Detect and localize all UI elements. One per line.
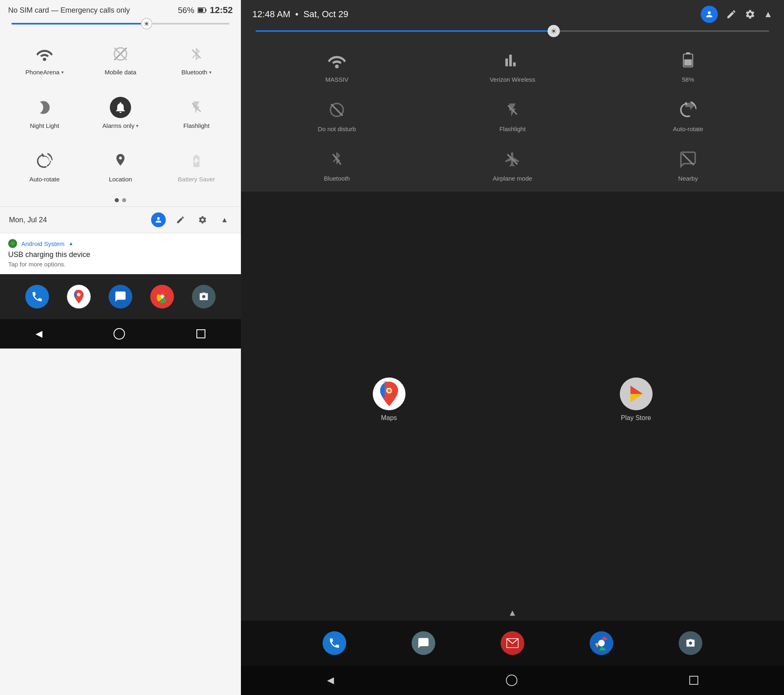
right-signal-icon <box>505 53 520 68</box>
right-apps-row: Maps Play Store <box>241 192 784 605</box>
battery-icon <box>198 7 207 13</box>
right-brightness-track[interactable] <box>256 30 769 32</box>
left-brightness-row[interactable] <box>0 19 241 32</box>
right-tile-auto-rotate[interactable]: Auto-rotate <box>600 91 776 138</box>
right-nav-recents-button[interactable] <box>689 676 698 685</box>
notification-area[interactable]: Android System ▲ USB charging this devic… <box>0 233 241 274</box>
right-tile-airplane[interactable]: Airplane mode <box>425 141 600 188</box>
settings-button[interactable] <box>195 212 210 227</box>
tile-alarms-only-label: Alarms only ▾ <box>102 122 138 129</box>
right-bluetooth-icon <box>330 151 344 168</box>
tile-phonearena-icon <box>34 43 55 65</box>
right-nav-home-button[interactable] <box>506 675 517 686</box>
left-panel: No SIM card — Emergency calls only 56% 1… <box>0 0 241 695</box>
right-user-icon-button[interactable] <box>701 6 718 23</box>
wifi-icon <box>36 47 53 61</box>
svg-line-14 <box>331 104 343 116</box>
maps-icon-svg <box>373 378 405 410</box>
right-tile-flashlight[interactable]: Flashlight <box>425 91 600 138</box>
notif-title: Android System <box>21 240 65 247</box>
collapse-button[interactable]: ▲ <box>217 212 232 227</box>
right-mid-tiles: Do not disturb Flashlight Auto-rotate <box>241 91 784 141</box>
bluetooth-chevron: ▾ <box>209 69 212 75</box>
dock-app-messages[interactable] <box>109 285 132 308</box>
alarms-chevron: ▾ <box>136 123 138 129</box>
left-time: 12:52 <box>210 5 233 16</box>
right-apps-chevron[interactable]: ▲ <box>241 605 784 621</box>
right-brightness-fill <box>256 30 554 32</box>
right-top-tiles: MASSIV Verizon Wireless 58% <box>241 39 784 91</box>
tile-alarms-only[interactable]: Alarms only ▾ <box>82 89 158 136</box>
tile-location[interactable]: Location <box>82 142 158 189</box>
page-dot-indicator <box>0 192 241 206</box>
right-edit-button[interactable] <box>726 9 737 20</box>
right-tile-dnd[interactable]: Do not disturb <box>249 91 425 138</box>
tile-battery-saver-label: Battery Saver <box>178 176 215 183</box>
tile-flashlight[interactable]: Flashlight <box>158 89 234 136</box>
tile-phonearena[interactable]: PhoneArena ▾ <box>7 35 82 82</box>
svg-rect-12 <box>686 52 690 54</box>
right-brightness-row[interactable] <box>241 27 784 39</box>
tile-bluetooth-label: Bluetooth ▾ <box>181 69 211 76</box>
right-tile-bluetooth[interactable]: Bluetooth <box>249 141 425 188</box>
right-dock-camera[interactable] <box>679 631 702 655</box>
left-quick-tiles-row3: Auto-rotate Location Battery Saver <box>0 139 241 192</box>
right-tile-battery-icon <box>677 49 699 72</box>
right-tile-verizon[interactable]: Verizon Wireless <box>425 42 600 89</box>
dock-app-chrome[interactable] <box>150 285 174 308</box>
dock-app-phone[interactable] <box>25 285 49 308</box>
battery-saver-icon <box>189 154 204 168</box>
edit-button[interactable] <box>173 212 188 227</box>
right-tile-verizon-label: Verizon Wireless <box>490 76 535 83</box>
right-dock-phone[interactable] <box>323 631 346 655</box>
user-icon-button[interactable] <box>151 212 166 227</box>
left-carrier-text: No SIM card — Emergency calls only <box>8 6 130 15</box>
right-dock-messages[interactable] <box>412 631 435 655</box>
left-brightness-thumb[interactable] <box>141 18 152 29</box>
left-battery-pct: 56% <box>178 6 194 15</box>
tile-mobile-data[interactable]: Mobile data <box>82 35 158 82</box>
app-play-store[interactable]: Play Store <box>620 378 653 422</box>
right-status-icons: ▲ <box>701 6 773 23</box>
right-nav-bar: ◀ <box>241 666 784 695</box>
user-icon <box>154 216 163 224</box>
dock-app-maps[interactable] <box>67 285 91 308</box>
right-tile-massiv[interactable]: MASSIV <box>249 42 425 89</box>
tile-bluetooth[interactable]: Bluetooth ▾ <box>158 35 234 82</box>
right-tile-nearby[interactable]: Nearby <box>600 141 776 188</box>
location-icon <box>113 153 128 169</box>
nav-recents-button[interactable] <box>196 329 205 338</box>
tile-night-light-label: Night Light <box>30 122 59 129</box>
right-dock-chrome[interactable] <box>590 631 613 655</box>
mobile-data-icon <box>113 47 128 61</box>
svg-rect-1 <box>205 9 206 11</box>
nav-back-button[interactable]: ◀ <box>36 329 42 339</box>
right-status-bar: 12:48 AM • Sat, Oct 29 ▲ <box>241 0 784 27</box>
left-bottom-icons: ▲ <box>151 212 232 227</box>
tile-night-light[interactable]: Night Light <box>7 89 82 136</box>
right-settings-icon <box>745 9 755 20</box>
settings-icon <box>198 215 207 224</box>
right-brightness-thumb[interactable] <box>548 25 560 37</box>
svg-point-3 <box>43 58 46 61</box>
left-brightness-track[interactable] <box>11 23 229 25</box>
right-tile-nearby-label: Nearby <box>678 175 698 182</box>
tile-battery-saver[interactable]: Battery Saver <box>158 142 234 189</box>
svg-point-10 <box>335 65 339 68</box>
chevron-up-icon: ▲ <box>508 608 517 618</box>
nav-home-button[interactable] <box>114 328 125 340</box>
right-collapse-button[interactable]: ▲ <box>764 9 773 20</box>
right-settings-button[interactable] <box>745 9 755 20</box>
right-dock-gmail[interactable] <box>501 631 524 655</box>
app-maps-label: Maps <box>381 414 397 422</box>
left-status-right: 56% 12:52 <box>178 5 233 16</box>
notif-body: USB charging this device <box>8 250 233 259</box>
edit-icon <box>176 215 185 224</box>
right-time: 12:48 AM <box>252 9 290 19</box>
app-maps[interactable]: Maps <box>373 378 405 422</box>
right-nav-back-button[interactable]: ◀ <box>327 675 334 686</box>
right-tile-battery[interactable]: 58% <box>600 42 776 89</box>
dock-app-camera[interactable] <box>192 285 216 308</box>
right-dnd-icon <box>328 101 345 118</box>
tile-auto-rotate[interactable]: Auto-rotate <box>7 142 82 189</box>
